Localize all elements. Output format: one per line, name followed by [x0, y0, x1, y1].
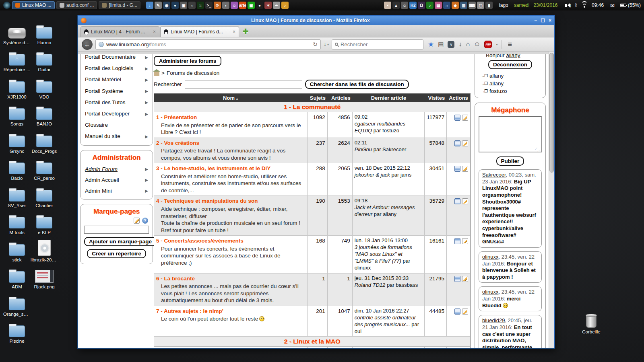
new-topic-icon[interactable]: [462, 309, 468, 315]
message-author-link[interactable]: bluedid29: [482, 317, 505, 323]
last-article-title[interactable]: PinGnu: [355, 146, 372, 152]
logout-button[interactable]: Déconnexion: [488, 60, 532, 69]
forum-search-button[interactable]: Chercher dans les fils de discussion: [305, 80, 409, 89]
audio-wave-icon[interactable]: ≈: [197, 2, 204, 9]
header-dernier-article[interactable]: Dernier article: [353, 95, 425, 101]
firefox-icon[interactable]: ●: [171, 2, 179, 9]
taskbar-window-button[interactable]: [limits.d - G...: [99, 1, 140, 9]
header-articles[interactable]: Articles: [328, 95, 353, 101]
search-input[interactable]: [341, 41, 420, 47]
menu-hamburger-icon[interactable]: ≡: [508, 40, 512, 49]
bookmarks-sidebar-icon[interactable]: ▤: [438, 41, 444, 48]
droplet-tray-icon[interactable]: ◆: [452, 2, 459, 9]
mouse-tray-icon[interactable]: ▢: [477, 2, 484, 9]
download-icon[interactable]: ↓: [146, 2, 153, 9]
arch-tray-icon[interactable]: ▲: [392, 2, 400, 9]
desktop-icon[interactable]: Répertoire ...: [3, 45, 31, 72]
forum-link[interactable]: 7 - Autres sujets : le nimp': [156, 308, 305, 315]
desktop-icon[interactable]: e-KLP: [31, 208, 58, 235]
pen-icon[interactable]: ✒: [273, 2, 280, 9]
desktop-icon[interactable]: Orange_sosh: [3, 289, 31, 317]
adblock-plus-icon[interactable]: ABP: [484, 41, 492, 48]
create-folder-button[interactable]: Créer un répertoire: [87, 249, 146, 258]
clock-label[interactable]: 09:46: [592, 2, 604, 8]
desktop-icon[interactable]: ADM: [3, 262, 31, 290]
browser-tab[interactable]: Linux MAO | Forums d... ×: [160, 26, 239, 37]
add-bookmark-button[interactable]: Ajouter un marque-page: [84, 237, 157, 246]
header-sujets[interactable]: Sujets: [308, 95, 328, 101]
wifi-icon[interactable]: [581, 3, 588, 8]
piano-tray-icon[interactable]: ▥: [460, 2, 467, 9]
list-topics-icon[interactable]: [454, 198, 460, 204]
taskbar-window-button[interactable]: Linux MAO ...: [12, 1, 55, 9]
browser-search-field[interactable]: [332, 39, 423, 49]
note-tray-icon[interactable]: ♪: [426, 2, 433, 9]
desktop-icon[interactable]: SV_Yser: [3, 181, 31, 208]
message-author-link[interactable]: olinuxx: [482, 289, 498, 295]
minimize-button[interactable]: –: [535, 18, 537, 23]
notes-icon[interactable]: ✎: [155, 2, 162, 9]
forum-search-input[interactable]: [185, 80, 302, 88]
downloads-icon[interactable]: ↓: [458, 41, 462, 48]
desktop-icon[interactable]: Harmo: [31, 18, 58, 45]
browser-tab[interactable]: Linux MAO | 4 - Forum ... ×: [80, 26, 159, 37]
message-author-link[interactable]: Sakrecoer: [482, 172, 506, 178]
feedback-smiley-icon[interactable]: ☺: [474, 41, 480, 48]
help-icon[interactable]: ?: [142, 218, 148, 224]
sidebar-menu-item[interactable]: Glossaire ▶: [84, 119, 149, 131]
close-button[interactable]: ×: [549, 18, 551, 23]
admin-menu-item[interactable]: Admin Mini ▶: [84, 185, 149, 196]
hydrogen-tray-icon[interactable]: H2: [409, 2, 417, 9]
taskbar-window-button[interactable]: audio.conf ...: [56, 1, 97, 9]
list-topics-icon[interactable]: [454, 166, 460, 172]
date-label[interactable]: samedi 23/01/2016: [514, 2, 558, 8]
publish-button[interactable]: Publier: [496, 156, 524, 166]
forum-link[interactable]: 2 - Vos créations: [156, 140, 305, 147]
music-note-icon[interactable]: ♪: [281, 2, 289, 9]
new-topic-icon[interactable]: [462, 276, 468, 282]
scrollbar-thumb[interactable]: [549, 53, 554, 173]
terminal-icon[interactable]: >_: [205, 2, 213, 9]
admin-menu-item[interactable]: Admin Forum ▶: [84, 164, 149, 175]
bookmark-star-icon[interactable]: ★: [428, 40, 434, 49]
bluetooth-icon[interactable]: ᛒ: [575, 2, 578, 8]
sidebar-menu-item[interactable]: Portail Développer ▶: [84, 108, 149, 119]
shoutbox-textarea[interactable]: [479, 116, 542, 152]
back-button[interactable]: ←: [82, 39, 93, 50]
list-topics-icon[interactable]: [454, 140, 460, 146]
battery-indicator[interactable]: (55%): [620, 2, 641, 8]
last-article-title[interactable]: jokosher & jack: [355, 172, 390, 178]
desktop-icon[interactable]: M-tools: [3, 208, 31, 235]
desktop-icon[interactable]: CR_perso: [31, 154, 58, 181]
headphones-tray-icon[interactable]: ∩: [443, 2, 450, 9]
list-topics-icon[interactable]: [454, 115, 460, 121]
desktop-icon[interactable]: Baclo: [3, 154, 31, 181]
mail-icon[interactable]: ✉: [610, 2, 615, 8]
robot-tray-icon[interactable]: ☺: [401, 2, 408, 9]
admin-menu-item[interactable]: Admin Accueil ▶: [84, 175, 149, 185]
desktop-icon[interactable]: librazik-201...: [31, 235, 58, 262]
reload-button[interactable]: ↻: [313, 41, 318, 47]
tab-close-icon[interactable]: ×: [153, 29, 156, 35]
new-tab-button[interactable]: ✚: [243, 27, 248, 36]
web-app-icon[interactable]: ◉: [163, 2, 170, 9]
forum-link[interactable]: 5 - Concerts/assoces/événements: [156, 237, 305, 245]
desktop-icon[interactable]: Guitar: [31, 45, 58, 72]
start-menu-icon[interactable]: [3, 2, 10, 9]
sidebar-menu-item[interactable]: Manuel du site ▶: [84, 131, 149, 142]
sidebar-menu-item[interactable]: Portail Système ▶: [84, 86, 149, 97]
new-topic-icon[interactable]: [462, 115, 468, 121]
bug-icon[interactable]: ✶: [264, 2, 272, 9]
desktop-icon[interactable]: Rjack.png: [31, 262, 58, 290]
header-nom[interactable]: Nom▲: [154, 95, 308, 101]
clock-tray-icon[interactable]: •: [384, 2, 391, 9]
desktop-icon[interactable]: Docs_Progs: [31, 126, 58, 154]
new-topic-icon[interactable]: [462, 166, 468, 172]
new-topic-icon[interactable]: [462, 140, 468, 146]
window-titlebar[interactable]: Linux MAO | Forums de discussion - Mozil…: [78, 16, 554, 25]
volume-icon[interactable]: ): [565, 3, 571, 8]
desktop-icon[interactable]: Songs: [3, 99, 31, 127]
pocket-icon[interactable]: ∨: [448, 41, 454, 48]
new-topic-icon[interactable]: [462, 238, 468, 244]
gimp-icon[interactable]: ◗: [222, 2, 229, 9]
